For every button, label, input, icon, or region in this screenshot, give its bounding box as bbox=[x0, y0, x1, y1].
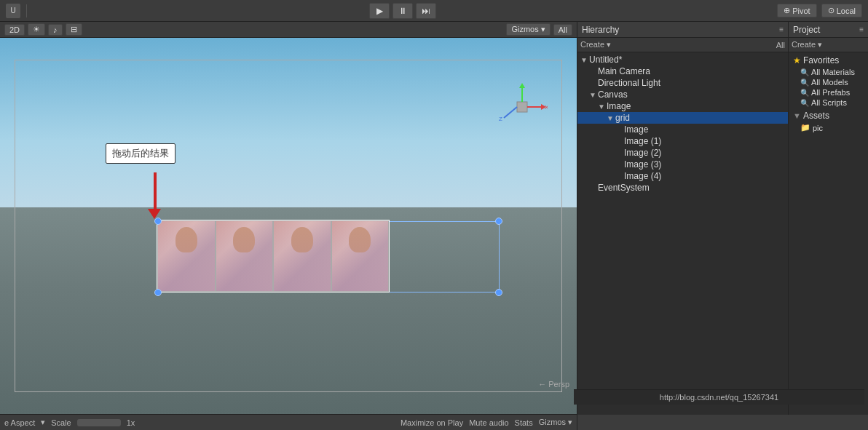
unity-logo: U bbox=[6, 4, 20, 18]
toolbar-divider-1 bbox=[26, 4, 27, 17]
favorites-header[interactable]: ★ Favorites bbox=[792, 54, 865, 67]
gizmos-bottom-btn[interactable]: Gizmos ▾ bbox=[539, 418, 572, 427]
search-icon: 🔍 bbox=[800, 79, 809, 87]
hierarchy-item-label: Main Camera bbox=[598, 66, 650, 76]
hierarchy-all-btn[interactable]: All bbox=[776, 41, 785, 49]
play-button[interactable]: ▶ bbox=[369, 3, 390, 19]
sun-button[interactable]: ☀ bbox=[28, 23, 45, 36]
stats-btn[interactable]: Stats bbox=[515, 418, 533, 427]
hierarchy-item[interactable]: Main Camera bbox=[577, 65, 788, 77]
handle-top-left[interactable] bbox=[154, 218, 162, 225]
hierarchy-item-label: Canvas bbox=[598, 89, 628, 100]
handle-top-right[interactable] bbox=[495, 218, 502, 225]
portrait-sim-4 bbox=[332, 221, 389, 291]
hierarchy-item[interactable]: Image (3) bbox=[577, 159, 788, 170]
hierarchy-item[interactable]: ▼Image bbox=[577, 100, 788, 112]
assets-header[interactable]: ▼ Assets bbox=[792, 109, 865, 122]
project-collapse-icon[interactable]: ≡ bbox=[859, 25, 864, 33]
project-create-btn[interactable]: Create ▾ bbox=[792, 40, 822, 49]
handle-bottom-right[interactable] bbox=[495, 289, 502, 296]
assets-label: Assets bbox=[803, 111, 829, 121]
svg-text:Z: Z bbox=[499, 116, 502, 122]
assets-item-label: pic bbox=[813, 124, 823, 132]
hierarchy-item[interactable]: Image (4) bbox=[577, 170, 788, 182]
svg-text:Y: Y bbox=[520, 81, 524, 83]
hierarchy-item[interactable]: Image (1) bbox=[577, 135, 788, 147]
handle-bottom-left[interactable] bbox=[154, 289, 162, 296]
hierarchy-item-label: Image bbox=[607, 101, 631, 111]
portrait-sim-2 bbox=[216, 221, 273, 291]
hierarchy-item[interactable]: Directional Light bbox=[577, 77, 788, 89]
hierarchy-item[interactable]: ▼Untitled* bbox=[577, 54, 788, 65]
favorites-section: ★ Favorites 🔍All Materials🔍All Models🔍Al… bbox=[792, 54, 865, 108]
hierarchy-item[interactable]: Image bbox=[577, 124, 788, 135]
svg-rect-0 bbox=[517, 102, 527, 112]
hierarchy-item[interactable]: ▼grid bbox=[577, 112, 788, 124]
svg-text:X: X bbox=[545, 104, 548, 111]
pivot-icon: ⊕ bbox=[784, 6, 790, 15]
hierarchy-item-arrow: ▼ bbox=[607, 114, 615, 122]
project-title: Project bbox=[793, 25, 820, 35]
local-icon: ⊙ bbox=[828, 6, 835, 15]
gizmos-button[interactable]: Gizmos ▾ bbox=[506, 23, 550, 36]
local-button[interactable]: ⊙ Local bbox=[821, 4, 862, 17]
hierarchy-create-btn[interactable]: Create ▾ bbox=[580, 40, 611, 49]
hierarchy-item-label: grid bbox=[615, 113, 630, 123]
search-icon: 🔍 bbox=[800, 99, 809, 107]
drag-result-tooltip: 拖动后的结果 bbox=[106, 143, 175, 164]
scale-slider[interactable] bbox=[77, 419, 121, 426]
hierarchy-item[interactable]: ▼Canvas bbox=[577, 89, 788, 100]
scene-viewport[interactable]: 拖动后的结果 bbox=[0, 38, 577, 414]
grid-image-3 bbox=[273, 220, 331, 292]
hierarchy-item-arrow: ▼ bbox=[598, 103, 607, 111]
project-content: ★ Favorites 🔍All Materials🔍All Models🔍Al… bbox=[789, 52, 868, 415]
favorites-item-label: All Materials bbox=[811, 68, 855, 76]
folder-icon: 📁 bbox=[800, 123, 810, 132]
grid-image-2 bbox=[216, 220, 274, 292]
hierarchy-collapse-icon[interactable]: ≡ bbox=[779, 25, 784, 33]
project-header: Project ≡ bbox=[789, 22, 868, 38]
scene-toolbar: 2D ☀ ♪ ⊟ Gizmos ▾ All bbox=[0, 22, 577, 38]
hierarchy-toolbar: Create ▾ All bbox=[577, 38, 788, 52]
hierarchy-item-label: Image bbox=[624, 124, 648, 135]
all-layers-button[interactable]: All bbox=[553, 24, 572, 36]
project-favorites-item[interactable]: 🔍All Models bbox=[792, 77, 865, 87]
aspect-dropdown[interactable]: ▾ bbox=[41, 418, 45, 427]
hierarchy-item-label: Untitled* bbox=[589, 55, 622, 65]
aspect-label: e Aspect bbox=[4, 418, 35, 427]
project-assets-item[interactable]: 📁pic bbox=[792, 122, 865, 133]
project-toolbar: Create ▾ bbox=[789, 38, 868, 52]
hierarchy-item[interactable]: EventSystem bbox=[577, 182, 788, 194]
persp-label: ← Persp bbox=[538, 380, 569, 389]
step-button[interactable]: ⏭ bbox=[416, 3, 436, 19]
top-toolbar: U ▶ ⏸ ⏭ ⊕ Pivot ⊙ Local bbox=[0, 0, 868, 22]
project-favorites-item[interactable]: 🔍All Materials bbox=[792, 67, 865, 77]
hierarchy-title: Hierarchy bbox=[582, 25, 619, 35]
maximize-on-play-btn[interactable]: Maximize on Play bbox=[401, 418, 463, 427]
search-icon: 🔍 bbox=[800, 68, 809, 76]
hierarchy-project-row: Hierarchy ≡ Create ▾ All ▼Untitled*Main … bbox=[577, 22, 868, 415]
hierarchy-item-label: Image (3) bbox=[624, 159, 661, 170]
hierarchy-item-arrow: ▼ bbox=[580, 56, 589, 64]
project-panel: Project ≡ Create ▾ ★ Favorites 🔍All Mate… bbox=[789, 22, 868, 415]
scene-area: 2D ☀ ♪ ⊟ Gizmos ▾ All 拖动后的结果 bbox=[0, 22, 577, 430]
pause-button[interactable]: ⏸ bbox=[392, 3, 413, 19]
hierarchy-item[interactable]: Image (2) bbox=[577, 147, 788, 159]
project-favorites-item[interactable]: 🔍All Prefabs bbox=[792, 87, 865, 97]
assets-items: 📁pic bbox=[792, 122, 865, 133]
grid-image-1 bbox=[157, 220, 216, 292]
gizmo-widget: X Y Z bbox=[497, 81, 548, 132]
portrait-sim-1 bbox=[158, 221, 215, 291]
assets-folder-icon: ▼ bbox=[793, 111, 801, 120]
hierarchy-content: ▼Untitled*Main CameraDirectional Light▼C… bbox=[577, 52, 788, 415]
hierarchy-item-label: Directional Light bbox=[598, 78, 660, 88]
mute-audio-btn[interactable]: Mute audio bbox=[469, 418, 508, 427]
layers-button[interactable]: ⊟ bbox=[66, 23, 82, 36]
right-panels: Hierarchy ≡ Create ▾ All ▼Untitled*Main … bbox=[577, 22, 868, 430]
sound-button[interactable]: ♪ bbox=[48, 24, 63, 36]
2d-button[interactable]: 2D bbox=[4, 24, 25, 36]
project-favorites-item[interactable]: 🔍All Scripts bbox=[792, 97, 865, 108]
image-grid-container[interactable] bbox=[157, 220, 390, 292]
pivot-button[interactable]: ⊕ Pivot bbox=[777, 4, 816, 17]
hierarchy-panel: Hierarchy ≡ Create ▾ All ▼Untitled*Main … bbox=[577, 22, 789, 415]
